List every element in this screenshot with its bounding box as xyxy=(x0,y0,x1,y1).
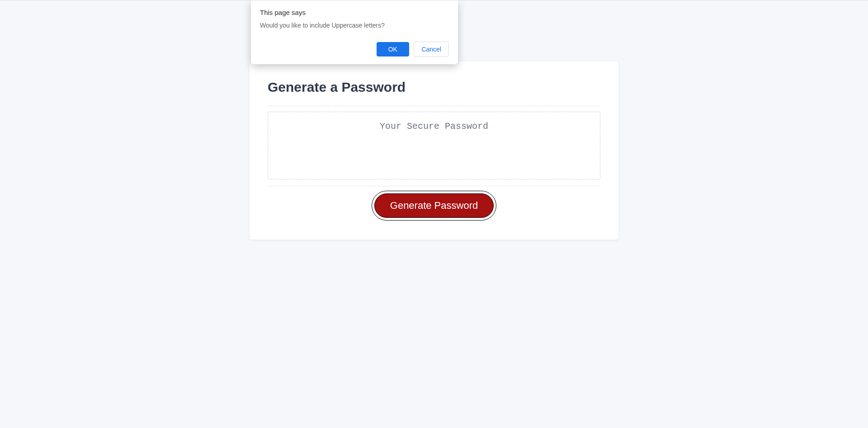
generate-password-button[interactable]: Generate Password xyxy=(374,193,494,218)
dialog-ok-button[interactable]: OK xyxy=(377,42,409,56)
password-display-area: Your Secure Password xyxy=(268,112,600,179)
dialog-title: This page says xyxy=(260,9,449,16)
password-generator-card: Generate a Password Your Secure Password… xyxy=(250,61,618,240)
dialog-cancel-button[interactable]: Cancel xyxy=(414,42,449,57)
generate-button-wrap: Generate Password xyxy=(268,193,600,218)
dialog-button-row: OK Cancel xyxy=(260,42,449,57)
card-title: Generate a Password xyxy=(268,80,600,95)
confirm-dialog: This page says Would you like to include… xyxy=(251,0,458,64)
divider-bottom xyxy=(268,186,600,186)
dialog-message: Would you like to include Uppercase lett… xyxy=(260,22,449,29)
divider-top xyxy=(268,106,600,106)
